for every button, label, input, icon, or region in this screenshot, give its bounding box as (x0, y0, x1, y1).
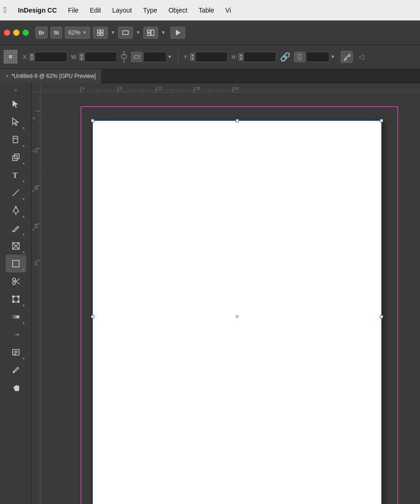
scale-y-group: 100% ▼ (294, 52, 335, 62)
scale-x-input[interactable]: 100% (143, 52, 167, 62)
main-area: » T (0, 83, 420, 504)
page-tool[interactable] (6, 131, 26, 148)
svg-text:0: 0 (32, 117, 36, 119)
h-label: H: (231, 54, 237, 60)
hand-tool[interactable] (6, 379, 26, 397)
svg-text:24: 24 (34, 261, 38, 266)
w-label: W: (71, 54, 77, 60)
tw-tl[interactable] (4, 50, 8, 54)
y-spin-up[interactable]: ▲ (190, 53, 195, 57)
scale-y-dropdown[interactable]: ▼ (330, 54, 335, 59)
w-spin-up[interactable]: ▲ (79, 53, 84, 57)
panels-toggle[interactable]: » (14, 87, 17, 93)
menu-view[interactable]: Vi (224, 6, 233, 15)
eyedropper-tool[interactable] (6, 361, 26, 379)
canvas-area[interactable]: 0 6 12 18 24 (32, 83, 420, 504)
zoom-control[interactable]: 62% ▼ (65, 27, 90, 39)
note-tool[interactable] (6, 343, 26, 361)
stock-button[interactable]: St (50, 27, 62, 39)
gradient-feather-tool[interactable] (6, 326, 26, 343)
h-input[interactable]: 18p7.2 (244, 52, 276, 62)
h-spin-up[interactable]: ▲ (238, 53, 243, 57)
tab-close-button[interactable]: × (6, 73, 8, 79)
scale-x-group: 100% ▼ (131, 52, 172, 62)
w-spin-down[interactable]: ▼ (79, 57, 84, 61)
content-collector-tool[interactable] (6, 148, 26, 166)
page-background (92, 120, 382, 504)
x-spin-down[interactable]: ▼ (29, 57, 34, 61)
pen-tool[interactable] (6, 202, 26, 219)
svg-text:T: T (13, 171, 18, 179)
scissors-tool[interactable] (6, 273, 26, 290)
document-canvas[interactable] (41, 92, 420, 504)
rectangle-frame-tool[interactable] (6, 255, 26, 273)
gradient-tool[interactable] (6, 308, 26, 326)
menu-edit[interactable]: Edit (88, 6, 103, 15)
y-spin-down[interactable]: ▼ (190, 57, 195, 61)
tw-tc[interactable] (8, 50, 13, 54)
svg-rect-41 (13, 334, 19, 336)
placeholder-tool[interactable] (6, 237, 26, 255)
svg-rect-6 (151, 30, 154, 35)
layout-adjust-button[interactable] (143, 27, 158, 39)
w-input[interactable]: 17p3.6 (84, 52, 117, 62)
scale-y-input[interactable]: 100% (306, 52, 329, 62)
svg-text:2: 2 (32, 150, 35, 152)
menu-file[interactable]: File (66, 6, 81, 15)
type-tool[interactable]: T (6, 166, 26, 184)
tw-br[interactable] (13, 59, 17, 63)
tw-bc[interactable] (8, 59, 13, 63)
menu-object[interactable]: Object (167, 6, 189, 15)
tw-bl[interactable] (4, 59, 8, 63)
svg-rect-40 (13, 315, 19, 318)
ruler-left-svg: 0 6 12 18 24 1 1 (32, 92, 41, 504)
close-window-button[interactable] (4, 29, 10, 36)
scale-y-icon (296, 54, 303, 60)
direct-selection-tool[interactable] (6, 113, 26, 131)
traffic-lights (4, 29, 29, 36)
tw-ml[interactable] (4, 55, 8, 59)
x-spin-up[interactable]: ▲ (29, 53, 34, 57)
svg-point-25 (15, 206, 16, 207)
svg-rect-1 (101, 30, 103, 32)
menu-layout[interactable]: Layout (111, 6, 134, 15)
frame-mode-dropdown2[interactable]: ▼ (136, 30, 140, 35)
x-input[interactable]: 7p0 (35, 52, 67, 62)
menu-table[interactable]: Table (196, 6, 216, 15)
link-icon[interactable] (341, 51, 353, 63)
pencil-tool[interactable] (6, 219, 26, 237)
lock-proportions-icon[interactable]: 🔗 (280, 52, 290, 62)
tw-mc[interactable] (8, 55, 13, 59)
scale-x-dropdown[interactable]: ▼ (168, 54, 172, 59)
selection-tool[interactable] (6, 95, 26, 113)
svg-rect-2 (98, 33, 100, 35)
properties-bar: X: ▲ ▼ 7p0 W: ▲ ▼ 17p3.6 (0, 45, 420, 69)
zoom-dropdown-arrow[interactable]: ▼ (82, 30, 87, 35)
maximize-window-button[interactable] (22, 29, 29, 36)
presentation-button[interactable] (170, 27, 185, 39)
chain-icon[interactable] (121, 51, 127, 63)
frame-mode-button2[interactable] (118, 27, 133, 39)
document-tab[interactable]: × *Untitled-9 @ 62% [GPU Preview] (0, 69, 102, 83)
svg-rect-38 (13, 301, 14, 302)
tw-tr[interactable] (13, 50, 17, 54)
app-name[interactable]: InDesign CC (16, 6, 59, 15)
frame-mode-dropdown1[interactable]: ▼ (111, 30, 115, 35)
transform-origin-widget[interactable] (4, 50, 17, 63)
svg-text:1: 1 (34, 226, 38, 229)
tw-mr[interactable] (13, 55, 17, 59)
ruler-top: 0 6 12 18 24 (41, 83, 420, 92)
bridge-button[interactable]: Br (35, 27, 48, 39)
svg-rect-5 (147, 30, 150, 32)
svg-marker-8 (176, 30, 181, 35)
line-tool[interactable] (6, 184, 26, 202)
shear-icon[interactable]: ◁ (358, 52, 364, 61)
menu-type[interactable]: Type (141, 6, 159, 15)
y-input[interactable]: 5p8.4 (195, 52, 228, 62)
h-spin-down[interactable]: ▼ (238, 57, 243, 61)
frame-mode-button1[interactable] (93, 27, 108, 39)
minimize-window-button[interactable] (13, 29, 20, 36)
svg-text:0: 0 (82, 86, 84, 91)
free-transform-tool[interactable] (6, 290, 26, 308)
layout-dropdown[interactable]: ▼ (161, 30, 166, 35)
